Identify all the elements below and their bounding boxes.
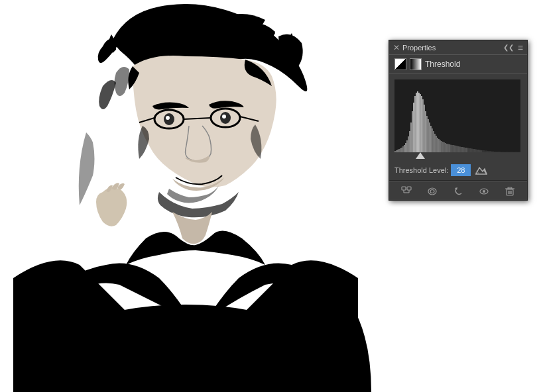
svg-rect-54 <box>450 145 451 153</box>
svg-rect-56 <box>453 145 454 152</box>
svg-rect-110 <box>402 187 406 190</box>
svg-rect-45 <box>438 139 440 152</box>
svg-rect-30 <box>418 93 420 152</box>
svg-rect-60 <box>458 146 459 152</box>
layer-icon-bw <box>394 58 406 70</box>
svg-rect-35 <box>425 111 426 152</box>
svg-rect-50 <box>445 143 446 152</box>
svg-rect-65 <box>465 148 466 152</box>
threshold-arrow-row <box>389 152 527 162</box>
collapse-button[interactable]: ❮❮ <box>503 44 514 51</box>
svg-rect-19 <box>404 145 405 152</box>
svg-rect-36 <box>426 116 428 152</box>
svg-rect-61 <box>459 147 461 153</box>
svg-rect-26 <box>413 103 414 152</box>
svg-text:⚠: ⚠ <box>475 170 479 175</box>
svg-rect-40 <box>432 128 433 152</box>
svg-rect-27 <box>414 96 416 152</box>
svg-rect-25 <box>412 111 413 152</box>
svg-rect-53 <box>449 144 450 152</box>
svg-rect-28 <box>416 93 417 152</box>
svg-rect-51 <box>446 144 448 152</box>
svg-rect-44 <box>437 138 438 152</box>
properties-panel: ✕ Properties ❮❮ ≡ Threshold <box>389 40 528 201</box>
svg-rect-66 <box>466 148 467 152</box>
svg-rect-42 <box>434 134 436 152</box>
svg-rect-20 <box>405 143 406 152</box>
svg-rect-34 <box>424 105 425 152</box>
svg-rect-21 <box>406 140 408 152</box>
svg-point-7 <box>222 115 226 119</box>
undo-button[interactable] <box>451 185 465 198</box>
delete-button[interactable] <box>503 185 516 198</box>
svg-rect-24 <box>410 122 412 152</box>
histogram-svg <box>394 79 520 152</box>
svg-rect-41 <box>433 131 434 152</box>
svg-rect-32 <box>421 96 422 152</box>
auto-icon[interactable]: ⚠ <box>473 164 489 176</box>
reset-button[interactable] <box>400 185 413 198</box>
svg-rect-49 <box>444 142 445 152</box>
threshold-level-input[interactable] <box>451 164 471 176</box>
threshold-arrow[interactable] <box>416 152 425 159</box>
svg-rect-55 <box>451 145 453 152</box>
svg-rect-22 <box>408 136 409 152</box>
svg-rect-39 <box>430 126 432 152</box>
histogram-canvas <box>394 79 520 152</box>
panel-title: Properties <box>402 44 436 52</box>
layer-icon-gradient <box>410 58 422 70</box>
svg-rect-48 <box>442 142 444 152</box>
svg-point-4 <box>166 116 170 120</box>
svg-rect-47 <box>441 141 442 152</box>
svg-rect-29 <box>417 91 418 152</box>
svg-rect-57 <box>454 146 455 153</box>
panel-menu-button[interactable]: ≡ <box>518 42 523 53</box>
svg-rect-64 <box>463 148 465 153</box>
panel-header-row: Threshold <box>389 55 527 74</box>
threshold-level-row: Threshold Level: ⚠ <box>389 162 527 180</box>
threshold-title: Threshold <box>425 60 460 69</box>
previous-state-button[interactable] <box>426 185 439 198</box>
svg-rect-125 <box>508 187 512 189</box>
visibility-button[interactable] <box>477 185 491 198</box>
svg-point-115 <box>428 188 436 195</box>
svg-rect-59 <box>457 146 458 153</box>
svg-rect-33 <box>422 99 424 152</box>
svg-rect-46 <box>440 140 441 152</box>
panel-titlebar-left: ✕ Properties <box>393 44 436 52</box>
svg-rect-17 <box>401 148 402 152</box>
svg-rect-37 <box>428 119 429 152</box>
threshold-level-label: Threshold Level: <box>394 166 448 174</box>
close-button[interactable]: ✕ <box>393 44 400 52</box>
svg-rect-52 <box>448 144 449 153</box>
svg-rect-62 <box>461 147 462 152</box>
svg-point-119 <box>483 190 485 193</box>
svg-rect-23 <box>409 131 410 152</box>
canvas-area: ✕ Properties ❮❮ ≡ Threshold <box>0 0 541 392</box>
svg-rect-58 <box>455 146 457 152</box>
svg-rect-63 <box>462 147 463 152</box>
panel-toolbar <box>389 181 527 200</box>
svg-rect-111 <box>407 187 411 190</box>
histogram-area <box>389 74 527 152</box>
mountain-icon: ⚠ <box>475 165 488 175</box>
svg-rect-18 <box>402 146 404 152</box>
svg-rect-31 <box>420 94 421 152</box>
panel-titlebar: ✕ Properties ❮❮ ≡ <box>389 40 527 55</box>
svg-rect-38 <box>429 122 430 152</box>
svg-point-116 <box>430 189 434 193</box>
svg-rect-43 <box>436 136 437 152</box>
